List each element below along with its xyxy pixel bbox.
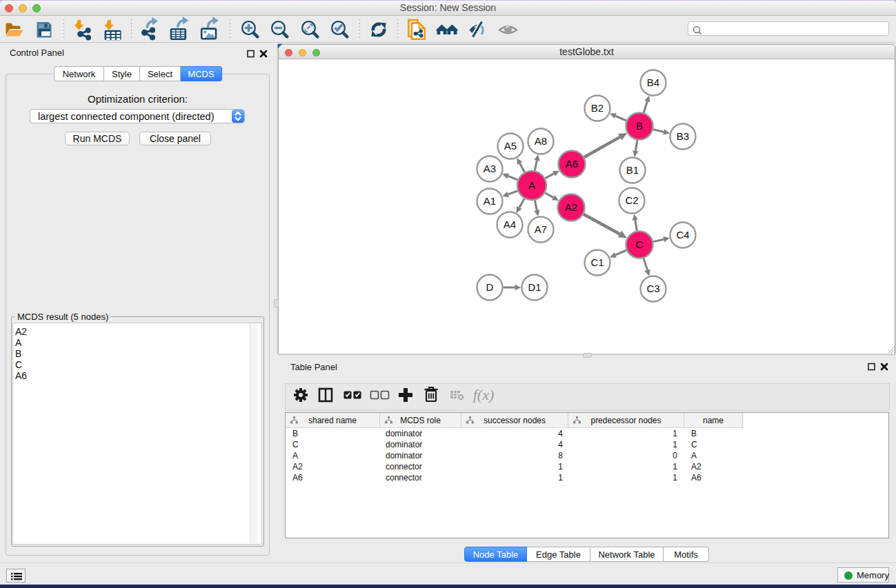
svg-text:B4: B4 (647, 77, 659, 88)
svg-text:B3: B3 (677, 130, 689, 142)
svg-text:A6: A6 (566, 158, 578, 170)
svg-text:B2: B2 (591, 102, 604, 114)
svg-text:A8: A8 (535, 135, 547, 147)
svg-text:A4: A4 (504, 219, 516, 230)
svg-text:C: C (636, 239, 644, 250)
svg-text:A7: A7 (535, 223, 547, 235)
svg-text:B: B (636, 120, 643, 132)
svg-text:C4: C4 (676, 229, 689, 241)
svg-text:A1: A1 (484, 195, 496, 207)
svg-text:A3: A3 (484, 163, 496, 174)
svg-text:f(x): f(x) (473, 386, 495, 403)
svg-text:C1: C1 (590, 256, 604, 268)
svg-text:A5: A5 (504, 140, 517, 152)
svg-text:B1: B1 (626, 164, 639, 176)
svg-text:A: A (528, 179, 535, 191)
svg-text:C2: C2 (625, 194, 638, 206)
svg-text:C3: C3 (646, 283, 659, 294)
svg-text:D: D (486, 281, 494, 293)
svg-text:A2: A2 (565, 201, 577, 213)
svg-text:D1: D1 (528, 281, 541, 293)
